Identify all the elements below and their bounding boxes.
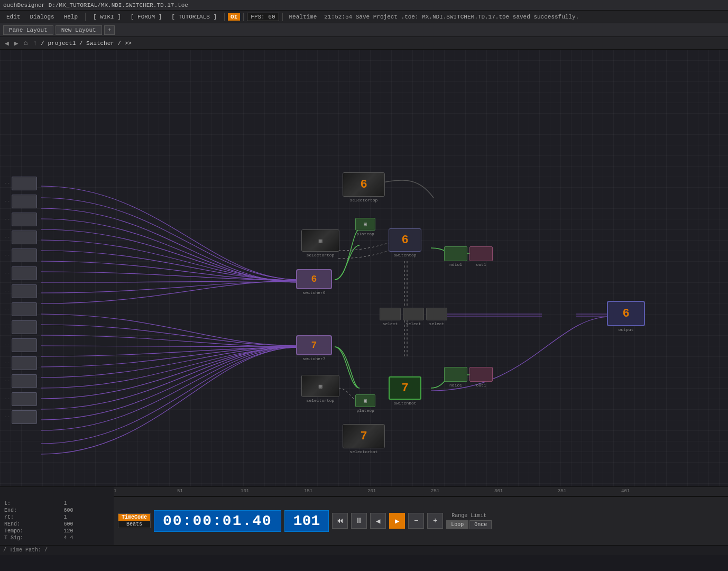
tape-node[interactable] [12, 338, 37, 352]
forum-link[interactable]: [ FORUM ] [126, 13, 166, 21]
pane-layout-label[interactable]: Pane Layout [3, 25, 53, 35]
bottom-preview-node[interactable]: 7 selectorbot [343, 424, 385, 454]
big-6-node[interactable]: 6 switchtop [389, 228, 421, 257]
tape-node[interactable] [12, 284, 37, 298]
list-item[interactable]: -- [4, 410, 37, 424]
add-layout-button[interactable]: + [104, 25, 115, 35]
tape-node[interactable] [12, 392, 37, 406]
list-item[interactable]: -- [4, 248, 37, 262]
play-button[interactable]: ▶ [389, 513, 405, 529]
nav-up-button[interactable]: ↑ [31, 39, 39, 47]
range-buttons: Loop Once [446, 520, 492, 529]
list-item[interactable]: -- [4, 320, 37, 334]
tutorials-link[interactable]: [ TUTORIALS ] [167, 13, 221, 21]
nav-home-button[interactable]: ⌂ [22, 39, 30, 47]
oi-badge[interactable]: OI [228, 13, 240, 21]
list-item[interactable]: -- [4, 231, 37, 244]
wiki-link[interactable]: [ WIKI ] [89, 13, 125, 21]
bottom-area: 1 51 101 151 201 251 301 351 401 t: 1 En… [0, 486, 728, 555]
list-item[interactable]: -- [4, 177, 37, 190]
list-item[interactable]: -- [4, 302, 37, 316]
big-7-label: 7 [401, 382, 408, 395]
chain-node-c[interactable]: select [426, 308, 447, 326]
menu-edit[interactable]: Edit [2, 13, 24, 21]
menu-bar: Edit Dialogs Help [ WIKI ] [ FORUM ] [ T… [0, 11, 728, 23]
out-node-6b[interactable]: out1 [469, 246, 493, 267]
tape-node[interactable] [12, 213, 37, 226]
list-item[interactable]: -- [4, 374, 37, 388]
list-item[interactable]: -- [4, 213, 37, 226]
out-node-7b[interactable]: out1 [469, 367, 493, 388]
list-item[interactable]: -- [4, 195, 37, 208]
realtime-label[interactable]: Realtime [286, 14, 320, 20]
tape-node[interactable] [12, 410, 37, 424]
transport-row: t: 1 End: 600 rt: 1 REnd: 600 Tempo: 120… [0, 496, 728, 545]
slow-plus-button[interactable]: + [427, 513, 443, 529]
start-label: t: [4, 501, 60, 506]
ruler-mark-101: 101 [241, 489, 249, 494]
output-node-6[interactable]: 6 output [607, 301, 645, 332]
menu-help[interactable]: Help [60, 13, 82, 21]
beats-label[interactable]: Beats [123, 521, 145, 528]
tape-node[interactable] [12, 231, 37, 244]
switcher-7-node[interactable]: 7 switcher7 [296, 335, 332, 361]
list-item[interactable]: -- [4, 338, 37, 352]
tempo-label: Tempo: [4, 528, 60, 534]
preview-7-small[interactable]: ▣ plateop [355, 394, 375, 413]
frame-display: 101 [284, 510, 329, 532]
list-item[interactable]: -- [4, 392, 37, 406]
rt-value: 1 [64, 514, 110, 520]
step-back-button[interactable]: ◀ [370, 513, 386, 529]
ruler-mark-1: 1 [114, 489, 116, 494]
connections-svg [0, 50, 728, 486]
big-7-node[interactable]: 7 switchbot [389, 376, 421, 406]
list-item[interactable]: -- [4, 356, 37, 370]
timecode-mode-selector[interactable]: TimeCode Beats [118, 513, 151, 528]
tape-node[interactable] [12, 177, 37, 190]
menu-dialogs[interactable]: Dialogs [25, 13, 58, 21]
switcher-6-node[interactable]: 6 switcher6 [296, 269, 332, 295]
tape-node[interactable] [12, 302, 37, 316]
preview-7-node[interactable]: ▦ selectortop [301, 375, 339, 403]
fps-label: FPS: [251, 14, 264, 20]
nav-back-button[interactable]: ◀ [3, 39, 11, 48]
fps-value: 60 [268, 14, 275, 20]
out-node-7a[interactable]: ndio1 [444, 367, 467, 388]
go-to-start-button[interactable]: ⏮ [332, 513, 348, 529]
list-item[interactable]: -- [4, 284, 37, 298]
breadcrumb: / project1 / Switcher / >> [41, 40, 132, 47]
tape-node[interactable] [12, 374, 37, 388]
preview-top-small[interactable]: ▣ plateop [355, 218, 375, 236]
nav-forward-button[interactable]: ▶ [13, 39, 20, 48]
timecode-label[interactable]: TimeCode [118, 514, 150, 521]
out-node-6a[interactable]: ndio1 [444, 246, 467, 267]
timeline-ruler: 1 51 101 151 201 251 301 351 401 [114, 487, 728, 496]
range-limit-section: Range Limit Loop Once [446, 513, 492, 529]
breadcrumb-bar: ◀ ▶ ⌂ ↑ / project1 / Switcher / >> [0, 37, 728, 50]
once-button[interactable]: Once [469, 520, 492, 529]
chain-node-a[interactable]: select [380, 308, 401, 326]
chain-node-b[interactable]: select [403, 308, 424, 326]
range-limit-label: Range Limit [451, 513, 486, 519]
ruler-mark-51: 51 [177, 489, 183, 494]
ruler-mark-301: 301 [494, 489, 503, 494]
separator4 [282, 13, 283, 21]
tape-node[interactable] [12, 320, 37, 334]
separator2 [224, 13, 225, 21]
node-editor-canvas[interactable]: -- -- -- -- -- -- -- -- [0, 50, 728, 486]
preview-6-node[interactable]: ▦ selectortop [301, 229, 339, 257]
loop-button[interactable]: Loop [446, 520, 468, 529]
slow-minus-button[interactable]: − [408, 513, 424, 529]
tape-node[interactable] [12, 266, 37, 280]
tape-node[interactable] [12, 195, 37, 208]
rend-value: 600 [64, 521, 110, 527]
new-layout-button[interactable]: New Layout [56, 25, 102, 35]
list-item[interactable]: -- [4, 266, 37, 280]
tape-node[interactable] [12, 356, 37, 370]
ruler-mark-351: 351 [558, 489, 566, 494]
time-path-bar: / Time Path: / [0, 545, 728, 555]
pause-button[interactable]: ⏸ [351, 513, 367, 529]
transport-controls: TimeCode Beats 00:00:01.40 101 ⏮ ⏸ ◀ ▶ −… [114, 496, 728, 545]
tape-node[interactable] [12, 248, 37, 262]
top-preview-node[interactable]: 6 selectortop [343, 172, 385, 202]
